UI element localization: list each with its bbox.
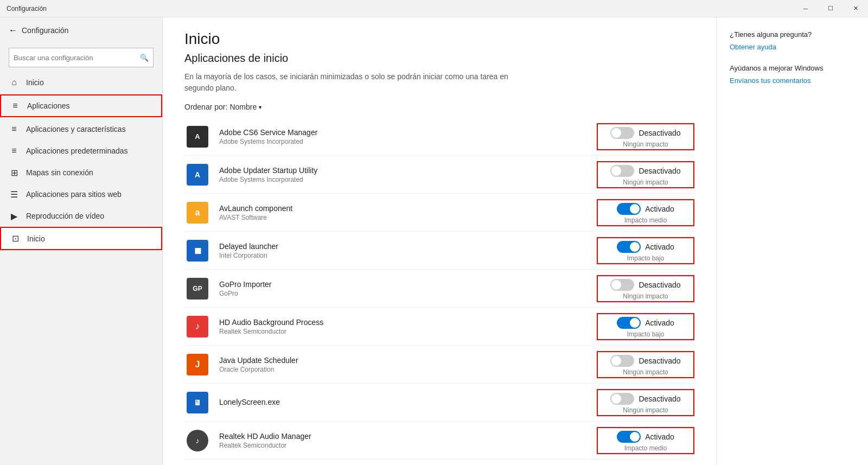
- app-toggle[interactable]: [610, 127, 634, 139]
- sidebar-item-apps-predeterminadas[interactable]: ≡ Aplicaciones predeterminadas: [0, 140, 162, 162]
- window-title: Configuración: [0, 5, 47, 12]
- app-toggle[interactable]: [617, 317, 641, 329]
- app-info: Adobe CS6 Service Manager Adobe Systems …: [219, 128, 597, 145]
- sort-value: Nombre: [229, 103, 257, 111]
- nav-label: Inicio: [27, 234, 45, 243]
- main-content: Inicio Aplicaciones de inicio En la mayo…: [163, 0, 716, 465]
- toggle-knob: [630, 204, 640, 214]
- improve-link[interactable]: Envíanos tus comentarios: [730, 77, 855, 85]
- help-section: ¿Tienes alguna pregunta? Obtener ayuda: [730, 30, 855, 51]
- toggle-status: Desactivado: [639, 356, 680, 365]
- app-toggle[interactable]: [617, 241, 641, 253]
- app-name: Adobe Updater Startup Utility: [219, 166, 597, 175]
- sort-dropdown[interactable]: Nombre ▾: [229, 103, 261, 111]
- app-icon: a: [187, 202, 208, 224]
- sidebar-item-aplicaciones[interactable]: ≡ Aplicaciones: [0, 94, 162, 117]
- sidebar-item-apps-caracteristicas[interactable]: ≡ Aplicaciones y características: [0, 118, 162, 140]
- sort-label: Ordenar por:: [184, 103, 227, 111]
- toggle-row: Activado: [617, 317, 674, 329]
- sidebar: ← Configuración 🔍 ⌂ Inicio ≡ Aplicacione…: [0, 0, 163, 465]
- app-toggle-column: Desactivado Ningún impacto: [597, 351, 694, 378]
- toggle-row: Desactivado: [610, 165, 680, 177]
- sidebar-item-inicio-top[interactable]: ⌂ Inicio: [0, 72, 162, 93]
- toggle-impact: Ningún impacto: [623, 179, 668, 186]
- titlebar: Configuración ─ ☐ ✕: [0, 0, 868, 17]
- nav-label: Aplicaciones para sitios web: [26, 190, 122, 199]
- sidebar-item-sitios-web[interactable]: ☰ Aplicaciones para sitios web: [0, 183, 162, 205]
- toggle-status: Activado: [645, 243, 674, 251]
- toggle-status: Activado: [645, 432, 674, 441]
- back-icon: ←: [9, 26, 17, 35]
- search-box: 🔍: [9, 48, 154, 67]
- window-controls: ─ ☐ ✕: [793, 0, 868, 17]
- help-link[interactable]: Obtener ayuda: [730, 43, 855, 51]
- app-company: Intel Corporation: [219, 252, 597, 259]
- app-company: Oracle Corporation: [219, 366, 597, 373]
- app-toggle-column: Desactivado Ningún impacto: [597, 161, 694, 188]
- app-info: GoPro Importer GoPro: [219, 280, 597, 297]
- toggle-row: Desactivado: [610, 355, 680, 367]
- app-name: LonelyScreen.exe: [219, 398, 597, 406]
- app-row: ◼ Delayed launcher Intel Corporation Act…: [184, 232, 694, 270]
- app-icon-wrap: A: [184, 162, 210, 188]
- app-company: GoPro: [219, 290, 597, 297]
- section-desc: En la mayoría de los casos, se iniciarán…: [184, 71, 510, 94]
- nav-label: Mapas sin conexión: [26, 168, 93, 177]
- app-toggle-column: Activado Impacto medio: [597, 427, 694, 454]
- app-icon-wrap: ♪: [184, 428, 210, 454]
- sidebar-item-mapas[interactable]: ⊞ Mapas sin conexión: [0, 162, 162, 183]
- app-toggle[interactable]: [617, 431, 641, 443]
- app-icon-wrap: GP: [184, 276, 210, 302]
- back-label: Configuración: [22, 26, 68, 35]
- app-toggle[interactable]: [610, 355, 634, 367]
- app-row: a AvLaunch component AVAST Software Acti…: [184, 194, 694, 232]
- app-icon: A: [187, 126, 208, 148]
- home-icon: ⌂: [9, 78, 20, 87]
- toggle-status: Desactivado: [639, 394, 680, 403]
- app-info: Adobe Updater Startup Utility Adobe Syst…: [219, 166, 597, 183]
- app-toggle[interactable]: [610, 279, 634, 291]
- app-company: Adobe Systems Incorporated: [219, 138, 597, 145]
- apps-chars-icon: ≡: [9, 124, 20, 134]
- toggle-knob: [611, 128, 621, 138]
- toggle-impact: Impacto medio: [624, 444, 667, 452]
- web-icon: ☰: [9, 189, 20, 200]
- nav-label: Reproducción de vídeo: [26, 212, 104, 220]
- app-toggle[interactable]: [610, 165, 634, 177]
- toggle-impact: Ningún impacto: [623, 368, 668, 376]
- toggle-impact: Ningún impacto: [623, 141, 668, 148]
- app-row: S Skype Skype Technologies S.A. Desactiv…: [184, 460, 694, 465]
- app-toggle[interactable]: [617, 203, 641, 215]
- toggle-knob: [611, 394, 621, 404]
- app-company: Adobe Systems Incorporated: [219, 176, 597, 183]
- app-company: AVAST Software: [219, 214, 597, 221]
- app-name: AvLaunch component: [219, 204, 597, 213]
- app-icon: 🖥: [187, 392, 208, 413]
- app-info: AvLaunch component AVAST Software: [219, 204, 597, 221]
- app-list: A Adobe CS6 Service Manager Adobe System…: [184, 118, 694, 465]
- app-row: GP GoPro Importer GoPro Desactivado Ning…: [184, 270, 694, 308]
- toggle-knob: [630, 318, 640, 328]
- sidebar-item-inicio-nav[interactable]: ⊡ Inicio: [0, 227, 162, 250]
- app-name: Adobe CS6 Service Manager: [219, 128, 597, 137]
- app-row: ♪ HD Audio Background Process Realtek Se…: [184, 308, 694, 346]
- app-icon: ♪: [187, 316, 208, 337]
- close-button[interactable]: ✕: [843, 0, 868, 17]
- toggle-row: Desactivado: [610, 127, 680, 139]
- toggle-status: Desactivado: [639, 129, 680, 137]
- app-icon: J: [187, 354, 208, 375]
- section-title: Aplicaciones de inicio: [184, 52, 694, 65]
- toggle-knob: [611, 356, 621, 366]
- maximize-button[interactable]: ☐: [818, 0, 843, 17]
- search-icon: 🔍: [136, 54, 153, 62]
- minimize-button[interactable]: ─: [793, 0, 818, 17]
- back-button[interactable]: ← Configuración: [0, 17, 162, 43]
- app-row: A Adobe Updater Startup Utility Adobe Sy…: [184, 156, 694, 194]
- search-input[interactable]: [9, 52, 136, 64]
- app-icon-wrap: 🖥: [184, 390, 210, 416]
- app-toggle-column: Activado Impacto bajo: [597, 237, 694, 264]
- chevron-down-icon: ▾: [259, 104, 261, 110]
- app-toggle-column: Desactivado Ningún impacto: [597, 389, 694, 416]
- sidebar-item-video[interactable]: ▶ Reproducción de vídeo: [0, 205, 162, 227]
- app-toggle[interactable]: [610, 393, 634, 405]
